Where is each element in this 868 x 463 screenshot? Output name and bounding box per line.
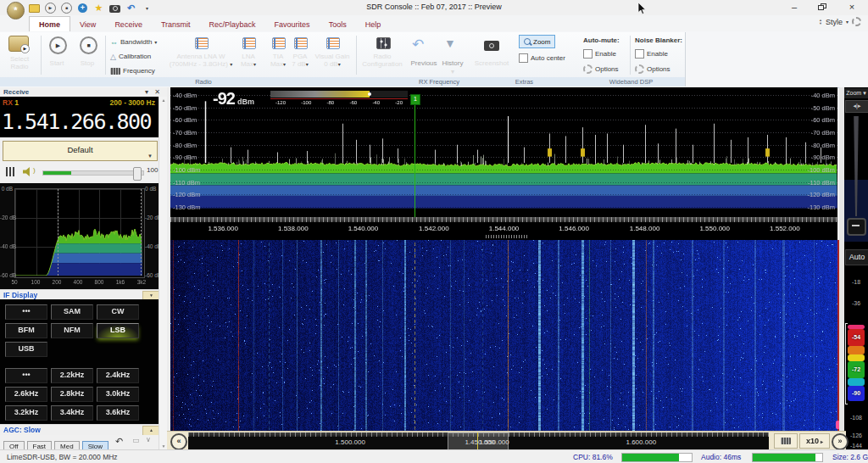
- bandwidth-button-3-0khz[interactable]: 3.0kHz: [97, 387, 139, 402]
- nav-left-button[interactable]: «: [170, 433, 187, 450]
- dbm-label: -60 dBm: [173, 116, 197, 124]
- undo-arrow-icon[interactable]: ↶: [115, 436, 123, 447]
- splitter-grip[interactable]: [486, 235, 528, 238]
- mode-button-cw[interactable]: CW: [97, 304, 139, 320]
- tuning-marker-flag[interactable]: 1: [410, 94, 420, 105]
- audio-meter: [752, 453, 823, 462]
- nav-right-button[interactable]: »: [832, 433, 849, 450]
- zoom-button[interactable]: Zoom: [519, 35, 555, 48]
- auto-mute-options-button[interactable]: Options: [583, 63, 619, 75]
- scale-label: -90: [844, 390, 868, 396]
- meter-tick-label: -100: [301, 100, 311, 105]
- frequency-axis[interactable]: 1.536.0001.538.0001.540.0001.542.0001.54…: [170, 217, 837, 240]
- bandwidth-button-3-6khz[interactable]: 3.6kHz: [97, 405, 139, 421]
- bandwidth-button-2-8khz[interactable]: 2.8kHz: [51, 387, 93, 402]
- history-dropdown-icon[interactable]: ▾: [437, 68, 468, 75]
- mode-button-dots[interactable]: •••: [5, 304, 47, 320]
- zoom-slider-handle[interactable]: [847, 218, 866, 236]
- bandwidth-button-3-4khz[interactable]: 3.4kHz: [51, 405, 93, 421]
- band-scale[interactable]: 1.450.0001.500.0001.550.0001.600.000: [188, 432, 769, 449]
- window-title: SDR Console :: Feb 07, 2017 :: Preview: [0, 3, 868, 11]
- zoom-slider[interactable]: [844, 113, 868, 242]
- calibration-button[interactable]: △ Calibration: [110, 50, 151, 63]
- settings-gear-icon[interactable]: [852, 17, 861, 26]
- mode-button-usb[interactable]: USB: [5, 342, 47, 357]
- app-menu-orb[interactable]: *: [7, 2, 25, 20]
- pga-icon: [294, 37, 308, 49]
- profile-select[interactable]: Default ▼: [3, 141, 158, 161]
- mode-button-nfm[interactable]: NFM: [51, 323, 93, 338]
- mode-button-lsb[interactable]: LSB: [97, 323, 139, 338]
- select-radio-icon: ▶: [8, 36, 29, 52]
- volume-slider[interactable]: [42, 170, 144, 176]
- restore-button[interactable]: [810, 0, 835, 14]
- freq-label: 1.540.000: [348, 225, 379, 232]
- auto-center-checkbox-box[interactable]: [519, 53, 528, 63]
- screenshot-button[interactable]: Screenshot: [471, 59, 512, 67]
- spectrum-display[interactable]: -40 dBm-40 dBm-50 dBm-50 dBm-60 dBm-60 d…: [170, 87, 837, 217]
- tuned-frequency[interactable]: 1.541.266.800: [2, 109, 151, 134]
- freq-label: 1.536.000: [208, 225, 238, 232]
- waterfall-display[interactable]: [170, 240, 837, 431]
- tab-receive[interactable]: Receive: [105, 17, 152, 32]
- panel-close-icon[interactable]: ✕: [154, 88, 160, 96]
- bandwidth-button-dots[interactable]: •••: [5, 368, 47, 383]
- bandwidth-button-2-2khz[interactable]: 2.2kHz: [51, 368, 93, 383]
- keyboard-entry-button[interactable]: [774, 433, 798, 449]
- bandwidth-button-2-4khz[interactable]: 2.4kHz: [97, 368, 139, 383]
- dbm-label: -130 dBm: [807, 204, 835, 211]
- title-bar: * ▶ ■ + ★ ↶ ▾ SDR Console :: Feb 07, 201…: [0, 0, 868, 15]
- chevron-down-icon: ▼: [147, 148, 153, 165]
- noise-blanker-enable-checkbox[interactable]: Enable: [635, 47, 668, 60]
- tab-transmit[interactable]: Transmit: [152, 17, 200, 32]
- dbm-label: -90 dBm: [811, 153, 835, 161]
- tab-favourites[interactable]: Favourites: [265, 17, 320, 32]
- speaker-icon[interactable]: [23, 167, 32, 176]
- span-adjust-button[interactable]: ◂|▸: [845, 100, 868, 113]
- preset-icon[interactable]: ▭: [132, 436, 140, 444]
- bandwidth-button-2-6khz[interactable]: 2.6kHz: [5, 387, 47, 402]
- auto-center-checkbox[interactable]: Auto center: [519, 52, 565, 64]
- waterfall-canvas[interactable]: [170, 240, 837, 431]
- tab-rec-playback[interactable]: Rec/Playback: [200, 17, 265, 32]
- mode-button-bfm[interactable]: BFM: [5, 323, 47, 338]
- history-button[interactable]: History: [437, 59, 468, 67]
- tab-view[interactable]: View: [70, 17, 105, 32]
- style-label[interactable]: Style: [826, 18, 843, 26]
- mode-button-sam[interactable]: SAM: [51, 304, 93, 320]
- zoom-dropdown[interactable]: Zoom ▾: [844, 88, 868, 98]
- select-radio-label2[interactable]: Radio: [0, 63, 39, 70]
- frequency-display[interactable]: RX 1 200 - 3000 Hz 1.541.266.800: [0, 97, 159, 137]
- scale-label: -108: [844, 415, 868, 421]
- nav-zoom-factor-button[interactable]: x10▸: [799, 433, 830, 449]
- dbm-label: -120 dBm: [173, 191, 201, 198]
- tab-tools[interactable]: Tools: [320, 17, 356, 32]
- updown-icon[interactable]: ▲▼: [819, 19, 822, 25]
- meter-tick-label: -60: [349, 100, 357, 105]
- noise-blanker-options-button[interactable]: Options: [635, 63, 670, 75]
- spectrum-canvas[interactable]: [170, 87, 837, 217]
- panel-dropdown-icon[interactable]: ▾: [145, 88, 148, 96]
- equalizer-icon[interactable]: [6, 167, 16, 176]
- bandwidth-button-3-2khz[interactable]: 3.2kHz: [5, 405, 47, 421]
- bandwidth-button[interactable]: ⇔ Bandwidth▾: [110, 36, 157, 48]
- close-button[interactable]: ×: [839, 0, 865, 14]
- ribbon-group-rx-frequency: ↶ Previous ▼ History ▾ RX Frequency: [407, 32, 472, 86]
- volume-handle[interactable]: [133, 167, 142, 181]
- auto-mute-enable-checkbox[interactable]: Enable: [583, 47, 616, 60]
- frequency-button[interactable]: Frequency: [110, 64, 155, 77]
- freq-label: 1.542.000: [419, 225, 449, 232]
- chevron-down-icon[interactable]: ∨: [146, 436, 151, 443]
- auto-button[interactable]: Auto: [845, 249, 868, 265]
- dbm-label: -70 dBm: [173, 129, 197, 137]
- style-dropdown-icon[interactable]: ▾: [846, 19, 849, 25]
- select-radio-label[interactable]: Select: [0, 55, 39, 63]
- tab-help[interactable]: Help: [356, 17, 391, 32]
- visual-gain-icon: [326, 37, 340, 49]
- stop-button[interactable]: Stop: [68, 59, 107, 67]
- tab-home[interactable]: Home: [29, 16, 70, 32]
- volume-row: ) 100: [0, 164, 159, 182]
- minimize-button[interactable]: –: [782, 0, 807, 14]
- tuning-marker-line[interactable]: [415, 94, 415, 217]
- history-icon: ▼: [444, 36, 456, 50]
